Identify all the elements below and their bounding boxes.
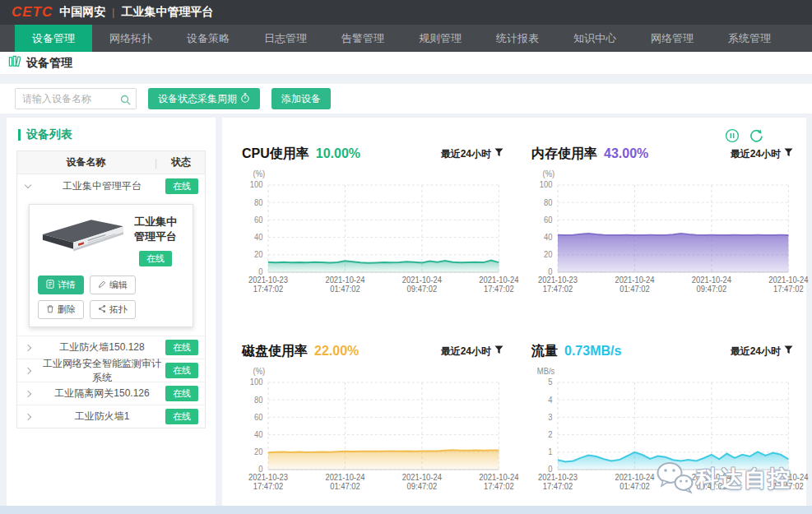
device-name[interactable]: 工业防火墙150.128 [39,340,165,354]
chart-cpu: CPU使用率10.00%最近24小时020406080100(%)2021-10… [242,144,503,300]
device-manage-icon [8,55,21,71]
device-name[interactable]: 工业网络安全智能监测审计系统 [39,357,165,385]
panel-actions [725,128,763,143]
memory-area-chart: 020406080100(%)2021-10-2317:47:022021-10… [531,169,793,300]
svg-text:60: 60 [254,413,263,422]
svg-text:2021-10-2409:47:02: 2021-10-2409:47:02 [402,276,443,294]
svg-text:2021-10-2417:47:02: 2021-10-2417:47:02 [768,276,809,294]
chevron-right-icon[interactable] [17,345,39,350]
device-row[interactable]: 工业隔离网关150.126在线 [17,382,205,405]
column-status: 状态 [157,155,205,169]
nav-tab-0[interactable]: 设备管理 [15,25,92,52]
search-icon[interactable] [120,94,131,109]
status-badge: 在线 [165,409,198,424]
device-row-expanded[interactable]: 工业集中管理平台 在线 [17,174,205,197]
cpu-area-chart: 020406080100(%)2021-10-2317:47:022021-10… [242,169,503,300]
device-name[interactable]: 工业隔离网关150.126 [39,387,165,401]
share-network-icon [98,304,106,315]
nav-tab-6[interactable]: 统计报表 [479,25,556,52]
svg-text:80: 80 [254,197,263,206]
svg-text:2021-10-2401:47:02: 2021-10-2401:47:02 [615,473,655,491]
nav-tab-3[interactable]: 日志管理 [247,25,324,52]
svg-text:2021-10-2417:47:02: 2021-10-2417:47:02 [479,473,519,491]
content-area: 设备列表 设备名称 | 状态 工业集中管理平台 在线 [0,113,812,506]
search-input[interactable] [16,89,114,109]
pause-icon[interactable] [725,128,740,143]
svg-text:100: 100 [250,180,263,189]
svg-text:2021-10-2417:47:02: 2021-10-2417:47:02 [768,473,809,491]
svg-text:60: 60 [254,215,263,225]
nav-tab-5[interactable]: 规则管理 [401,25,479,52]
chart-disk: 磁盘使用率22.00%最近24小时020406080100(%)2021-10-… [242,341,503,498]
svg-text:2021-10-2317:47:02: 2021-10-2317:47:02 [248,276,288,294]
chart-title: 流量 [531,343,558,360]
header-divider: | [112,7,114,18]
svg-text:2021-10-2417:47:02: 2021-10-2417:47:02 [479,276,519,294]
edit-button[interactable]: 编辑 [90,276,136,294]
status-badge: 在线 [165,178,198,194]
svg-text:4: 4 [548,395,553,404]
svg-text:(%): (%) [253,367,266,376]
bottom-strip [0,506,812,514]
svg-text:80: 80 [254,395,263,404]
nav-tab-8[interactable]: 网络管理 [633,25,711,52]
time-range-filter[interactable]: 最近24小时 [441,345,503,359]
title-accent-bar [18,129,21,141]
time-range-filter[interactable]: 最近24小时 [731,345,793,359]
chart-title: 内存使用率 [531,146,597,163]
svg-text:60: 60 [544,215,553,225]
device-row[interactable]: 工业防火墙1在线 [17,405,205,428]
device-search-box [15,88,137,109]
svg-text:2021-10-2317:47:02: 2021-10-2317:47:02 [248,473,288,491]
chart-title: CPU使用率 [242,146,309,163]
column-device-name: 设备名称 [17,155,155,169]
nav-tab-4[interactable]: 告警管理 [324,25,401,52]
add-device-button[interactable]: 添加设备 [271,88,331,109]
time-range-filter[interactable]: 最近24小时 [731,147,793,161]
device-name[interactable]: 工业防火墙1 [39,410,165,424]
chart-header-cpu: CPU使用率10.00%最近24小时 [242,144,503,164]
funnel-icon [494,148,503,160]
svg-text:20: 20 [544,250,553,259]
chart-title: 磁盘使用率 [242,343,308,360]
collect-cycle-button[interactable]: 设备状态采集周期 [148,88,260,109]
funnel-icon [784,345,793,357]
chevron-right-icon[interactable] [17,368,39,373]
topology-button[interactable]: 拓扑 [90,300,136,319]
time-range-filter[interactable]: 最近24小时 [441,147,503,161]
device-card-top: 工业集中 管理平台 在线 [38,213,184,266]
svg-text:(%): (%) [543,169,555,178]
nav-tab-1[interactable]: 网络拓扑 [92,25,169,52]
chevron-right-icon[interactable] [17,414,39,419]
chart-current-value: 22.00% [314,344,359,359]
status-badge: 在线 [139,251,172,266]
device-list-panel: 设备列表 设备名称 | 状态 工业集中管理平台 在线 [7,118,216,506]
detail-button[interactable]: 详情 [38,276,84,294]
main-nav: 设备管理网络拓扑设备策略日志管理告警管理规则管理统计报表知识中心网络管理系统管理 [0,25,812,52]
svg-text:40: 40 [254,233,263,242]
document-icon [46,280,54,290]
svg-text:2021-10-2317:47:02: 2021-10-2317:47:02 [538,473,578,491]
delete-button[interactable]: 删除 [38,300,84,319]
chevron-right-icon[interactable] [17,391,39,396]
svg-text:2021-10-2409:47:02: 2021-10-2409:47:02 [402,473,443,491]
filter-label: 最近24小时 [441,345,491,359]
device-row[interactable]: 工业网络安全智能监测审计系统在线 [17,359,205,382]
nav-tab-9[interactable]: 系统管理 [711,25,788,52]
chart-current-value: 43.00% [604,146,648,161]
nav-tab-2[interactable]: 设备策略 [169,25,247,52]
cetc-logo: CETC [12,4,53,21]
edit-label: 编辑 [109,279,128,291]
svg-text:2021-10-2401:47:02: 2021-10-2401:47:02 [615,276,655,294]
trash-icon [46,304,54,315]
chart-header-memory: 内存使用率43.00%最近24小时 [531,144,793,164]
refresh-icon[interactable] [749,128,763,143]
page-title: 设备管理 [26,56,72,71]
device-row[interactable]: 工业防火墙150.128在线 [17,336,205,359]
nav-tab-7[interactable]: 知识中心 [556,25,633,52]
chevron-down-icon[interactable] [17,185,39,188]
svg-text:2021-10-2401:47:02: 2021-10-2401:47:02 [325,276,365,294]
charts-panel: CPU使用率10.00%最近24小时020406080100(%)2021-10… [222,118,806,506]
delete-label: 删除 [58,303,76,316]
device-name[interactable]: 工业集中管理平台 [39,179,165,193]
